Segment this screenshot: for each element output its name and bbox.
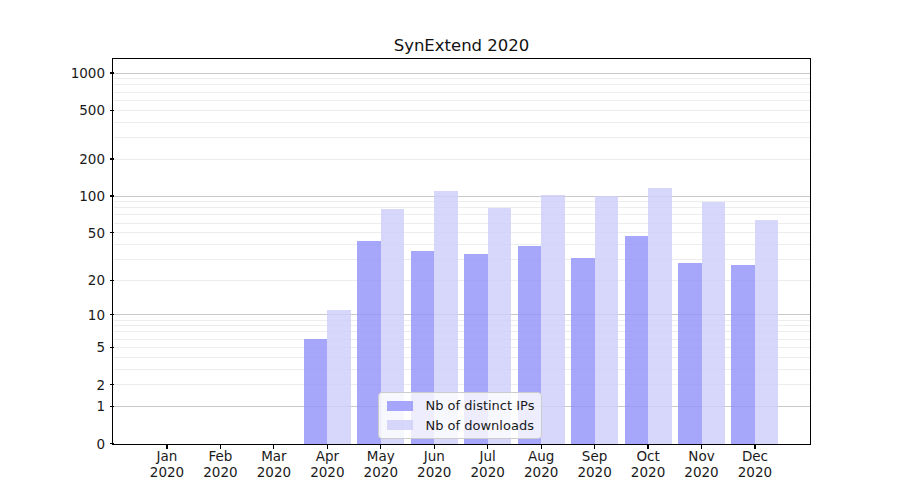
x-tick-label: Dec2020 [723,449,787,480]
bar-distinct-ips [625,236,649,444]
bar-distinct-ips [304,339,328,443]
download-stats-chart: SynExtend 2020 01251020501002005001000Ja… [0,0,900,500]
gridline-major [114,196,810,197]
y-tick-label: 500 [0,101,105,119]
bar-downloads [755,220,779,444]
gridline-minor [114,159,810,160]
legend-label-downloads: Nb of downloads [426,418,534,433]
y-tick-label: 10 [0,306,105,324]
gridline-major [114,73,810,74]
legend-swatch-downloads [387,420,413,430]
gridline-minor [114,137,810,138]
gridline-minor [114,92,810,93]
legend: Nb of distinct IPs Nb of downloads [378,392,542,439]
legend-swatch-distinct-ips [387,401,413,411]
y-tick-label: 1 [0,397,105,415]
month-label: Dec [723,449,787,465]
bar-distinct-ips [678,263,702,444]
y-tick-label: 5 [0,338,105,356]
y-tick-mark [110,443,114,444]
bar-distinct-ips [571,258,595,444]
y-tick-mark [110,110,114,111]
gridline-minor [114,110,810,111]
y-tick-label: 200 [0,150,105,168]
gridline-minor [114,122,810,123]
bar-downloads [595,196,619,443]
gridline-minor [114,78,810,79]
bar-downloads [702,202,726,443]
y-tick-mark [110,280,114,281]
y-tick-label: 0 [0,435,105,453]
y-tick-mark [110,195,114,196]
y-tick-label: 1000 [0,64,105,82]
y-tick-label: 100 [0,187,105,205]
y-tick-mark [110,72,114,73]
y-tick-label: 2 [0,376,105,394]
bar-downloads [648,188,672,443]
y-tick-label: 50 [0,224,105,242]
legend-label-distinct-ips: Nb of distinct IPs [426,398,535,413]
plot-area [114,60,810,444]
y-tick-mark [110,347,114,348]
y-tick-mark [110,406,114,407]
y-tick-mark [110,158,114,159]
year-label: 2020 [723,465,787,481]
legend-item-distinct-ips: Nb of distinct IPs [387,396,533,416]
y-tick-mark [110,314,114,315]
y-tick-label: 20 [0,271,105,289]
bar-downloads [327,310,351,443]
y-tick-mark [110,232,114,233]
gridline-minor [114,100,810,101]
bar-distinct-ips [731,265,755,444]
legend-item-downloads: Nb of downloads [387,416,533,436]
chart-title: SynExtend 2020 [113,36,810,55]
gridline-minor [114,84,810,85]
y-tick-mark [110,384,114,385]
bar-downloads [541,195,565,443]
